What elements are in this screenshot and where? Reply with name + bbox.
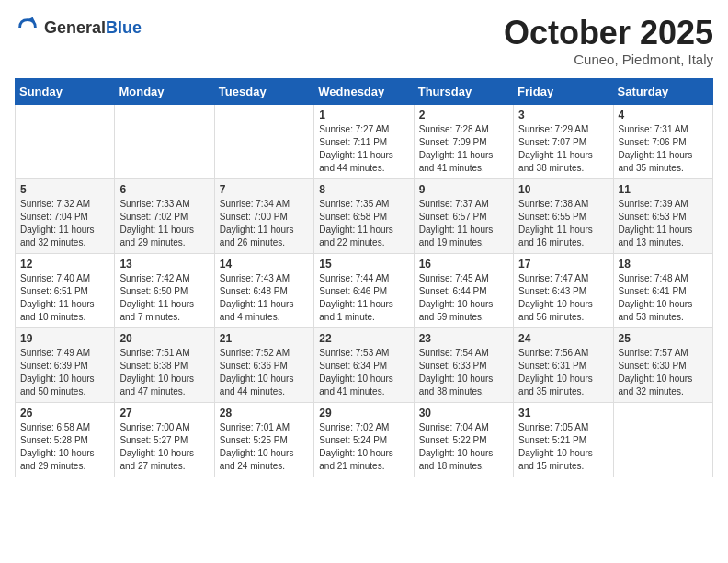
- calendar-cell: 26Sunrise: 6:58 AM Sunset: 5:28 PM Dayli…: [16, 402, 115, 477]
- calendar-cell: 9Sunrise: 7:37 AM Sunset: 6:57 PM Daylig…: [414, 178, 513, 253]
- calendar-cell: 5Sunrise: 7:32 AM Sunset: 7:04 PM Daylig…: [16, 178, 115, 253]
- day-number: 5: [20, 183, 109, 196]
- week-row-1: 1Sunrise: 7:27 AM Sunset: 7:11 PM Daylig…: [16, 104, 713, 178]
- day-number: 20: [119, 332, 209, 345]
- day-number: 30: [419, 407, 508, 419]
- calendar-cell: [115, 104, 214, 178]
- day-number: 19: [20, 332, 109, 345]
- day-number: 25: [619, 332, 708, 345]
- day-info: Sunrise: 7:42 AM Sunset: 6:50 PM Dayligh…: [119, 272, 209, 324]
- day-number: 28: [220, 407, 309, 419]
- day-number: 3: [518, 109, 608, 121]
- calendar-cell: 7Sunrise: 7:34 AM Sunset: 7:00 PM Daylig…: [214, 178, 313, 253]
- day-number: 27: [119, 407, 209, 419]
- calendar-cell: 2Sunrise: 7:28 AM Sunset: 7:09 PM Daylig…: [414, 104, 513, 178]
- day-number: 4: [619, 109, 708, 121]
- calendar-cell: 17Sunrise: 7:47 AM Sunset: 6:43 PM Dayli…: [514, 253, 613, 327]
- day-number: 14: [220, 258, 309, 270]
- week-row-5: 26Sunrise: 6:58 AM Sunset: 5:28 PM Dayli…: [16, 402, 713, 477]
- day-info: Sunrise: 7:33 AM Sunset: 7:02 PM Dayligh…: [119, 198, 209, 249]
- calendar-cell: 25Sunrise: 7:57 AM Sunset: 6:30 PM Dayli…: [613, 327, 712, 402]
- location-title: Cuneo, Piedmont, Italy: [504, 52, 713, 67]
- day-info: Sunrise: 7:48 AM Sunset: 6:41 PM Dayligh…: [619, 272, 708, 324]
- day-info: Sunrise: 7:32 AM Sunset: 7:04 PM Dayligh…: [20, 198, 109, 249]
- logo: GeneralBlue: [15, 15, 142, 40]
- calendar-cell: 18Sunrise: 7:48 AM Sunset: 6:41 PM Dayli…: [613, 253, 712, 327]
- day-info: Sunrise: 7:05 AM Sunset: 5:21 PM Dayligh…: [518, 421, 608, 473]
- calendar-cell: 14Sunrise: 7:43 AM Sunset: 6:48 PM Dayli…: [214, 253, 313, 327]
- day-number: 16: [419, 258, 508, 270]
- weekday-header-row: Sunday Monday Tuesday Wednesday Thursday…: [16, 78, 713, 104]
- day-info: Sunrise: 7:38 AM Sunset: 6:55 PM Dayligh…: [518, 198, 608, 249]
- calendar-cell: 22Sunrise: 7:53 AM Sunset: 6:34 PM Dayli…: [314, 327, 414, 402]
- day-info: Sunrise: 7:45 AM Sunset: 6:44 PM Dayligh…: [419, 272, 508, 324]
- calendar-cell: 31Sunrise: 7:05 AM Sunset: 5:21 PM Dayli…: [514, 402, 613, 477]
- calendar-cell: 6Sunrise: 7:33 AM Sunset: 7:02 PM Daylig…: [115, 178, 214, 253]
- day-info: Sunrise: 7:02 AM Sunset: 5:24 PM Dayligh…: [319, 421, 408, 473]
- logo-icon: [15, 15, 40, 40]
- calendar-cell: [613, 402, 712, 477]
- day-info: Sunrise: 7:53 AM Sunset: 6:34 PM Dayligh…: [319, 347, 408, 398]
- calendar-cell: 23Sunrise: 7:54 AM Sunset: 6:33 PM Dayli…: [414, 327, 513, 402]
- calendar-cell: 11Sunrise: 7:39 AM Sunset: 6:53 PM Dayli…: [613, 178, 712, 253]
- month-title: October 2025: [504, 15, 713, 52]
- day-number: 26: [20, 407, 109, 419]
- day-info: Sunrise: 6:58 AM Sunset: 5:28 PM Dayligh…: [20, 421, 109, 473]
- day-info: Sunrise: 7:28 AM Sunset: 7:09 PM Dayligh…: [419, 123, 508, 175]
- day-number: 21: [220, 332, 309, 345]
- day-info: Sunrise: 7:29 AM Sunset: 7:07 PM Dayligh…: [518, 123, 608, 175]
- day-info: Sunrise: 7:39 AM Sunset: 6:53 PM Dayligh…: [619, 198, 708, 249]
- day-number: 15: [319, 258, 408, 270]
- day-number: 12: [20, 258, 109, 270]
- calendar-table: Sunday Monday Tuesday Wednesday Thursday…: [15, 78, 713, 477]
- day-number: 24: [518, 332, 608, 345]
- header-sunday: Sunday: [16, 78, 115, 104]
- title-block: October 2025 Cuneo, Piedmont, Italy: [504, 15, 713, 67]
- logo-blue: Blue: [106, 18, 142, 37]
- week-row-2: 5Sunrise: 7:32 AM Sunset: 7:04 PM Daylig…: [16, 178, 713, 253]
- day-info: Sunrise: 7:00 AM Sunset: 5:27 PM Dayligh…: [119, 421, 209, 473]
- header-tuesday: Tuesday: [214, 78, 313, 104]
- day-number: 18: [619, 258, 708, 270]
- calendar-cell: 16Sunrise: 7:45 AM Sunset: 6:44 PM Dayli…: [414, 253, 513, 327]
- header-saturday: Saturday: [613, 78, 712, 104]
- calendar-cell: 3Sunrise: 7:29 AM Sunset: 7:07 PM Daylig…: [514, 104, 613, 178]
- header-thursday: Thursday: [414, 78, 513, 104]
- day-number: 9: [419, 183, 508, 196]
- calendar-cell: 4Sunrise: 7:31 AM Sunset: 7:06 PM Daylig…: [613, 104, 712, 178]
- day-number: 8: [319, 183, 408, 196]
- calendar-cell: 30Sunrise: 7:04 AM Sunset: 5:22 PM Dayli…: [414, 402, 513, 477]
- calendar-cell: 10Sunrise: 7:38 AM Sunset: 6:55 PM Dayli…: [514, 178, 613, 253]
- day-number: 2: [419, 109, 508, 121]
- day-info: Sunrise: 7:52 AM Sunset: 6:36 PM Dayligh…: [220, 347, 309, 398]
- day-number: 1: [319, 109, 408, 121]
- calendar-cell: 24Sunrise: 7:56 AM Sunset: 6:31 PM Dayli…: [514, 327, 613, 402]
- calendar-cell: 1Sunrise: 7:27 AM Sunset: 7:11 PM Daylig…: [314, 104, 414, 178]
- calendar-cell: 13Sunrise: 7:42 AM Sunset: 6:50 PM Dayli…: [115, 253, 214, 327]
- calendar-cell: 8Sunrise: 7:35 AM Sunset: 6:58 PM Daylig…: [314, 178, 414, 253]
- page-header: GeneralBlue October 2025 Cuneo, Piedmont…: [15, 15, 713, 67]
- calendar-cell: [214, 104, 313, 178]
- header-friday: Friday: [514, 78, 613, 104]
- day-number: 31: [518, 407, 608, 419]
- day-info: Sunrise: 7:27 AM Sunset: 7:11 PM Dayligh…: [319, 123, 408, 175]
- day-number: 11: [619, 183, 708, 196]
- week-row-4: 19Sunrise: 7:49 AM Sunset: 6:39 PM Dayli…: [16, 327, 713, 402]
- day-info: Sunrise: 7:51 AM Sunset: 6:38 PM Dayligh…: [119, 347, 209, 398]
- day-info: Sunrise: 7:54 AM Sunset: 6:33 PM Dayligh…: [419, 347, 508, 398]
- calendar-cell: 27Sunrise: 7:00 AM Sunset: 5:27 PM Dayli…: [115, 402, 214, 477]
- calendar-cell: [16, 104, 115, 178]
- day-info: Sunrise: 7:35 AM Sunset: 6:58 PM Dayligh…: [319, 198, 408, 249]
- header-wednesday: Wednesday: [314, 78, 414, 104]
- day-number: 7: [220, 183, 309, 196]
- day-info: Sunrise: 7:57 AM Sunset: 6:30 PM Dayligh…: [619, 347, 708, 398]
- day-number: 13: [119, 258, 209, 270]
- day-info: Sunrise: 7:01 AM Sunset: 5:25 PM Dayligh…: [220, 421, 309, 473]
- calendar-cell: 15Sunrise: 7:44 AM Sunset: 6:46 PM Dayli…: [314, 253, 414, 327]
- logo-general: General: [44, 18, 106, 37]
- day-info: Sunrise: 7:37 AM Sunset: 6:57 PM Dayligh…: [419, 198, 508, 249]
- day-info: Sunrise: 7:04 AM Sunset: 5:22 PM Dayligh…: [419, 421, 508, 473]
- calendar-cell: 28Sunrise: 7:01 AM Sunset: 5:25 PM Dayli…: [214, 402, 313, 477]
- header-monday: Monday: [115, 78, 214, 104]
- day-info: Sunrise: 7:43 AM Sunset: 6:48 PM Dayligh…: [220, 272, 309, 324]
